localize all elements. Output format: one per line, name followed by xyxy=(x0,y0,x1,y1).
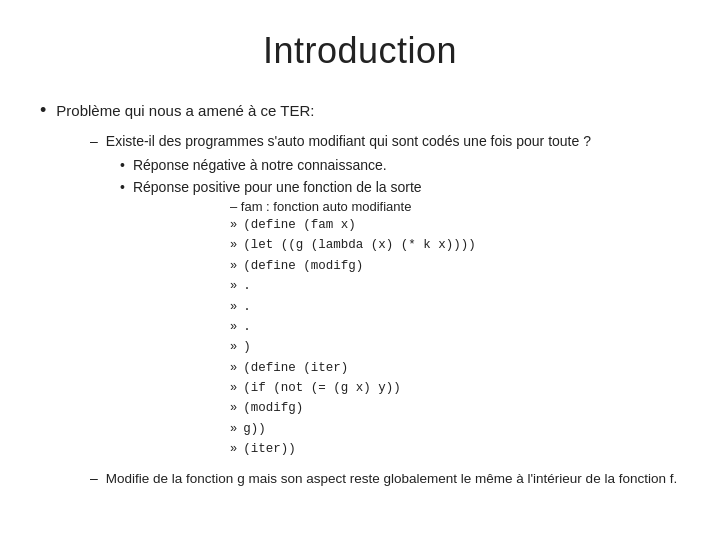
code-text: . xyxy=(243,277,251,296)
code-line: » . xyxy=(230,277,680,296)
chevron-icon: » xyxy=(230,277,237,296)
exists-question-block: – Existe-il des programmes s'auto modifi… xyxy=(90,133,680,149)
code-line: »(define (fam x) xyxy=(230,216,680,235)
code-text: (let ((g (lambda (x) (* k x)))) xyxy=(243,236,476,255)
modifie-dash-icon: – xyxy=(90,470,98,486)
chevron-icon: » xyxy=(230,440,237,459)
response-neg-item: • Réponse négative à notre connaissance. xyxy=(120,157,680,173)
chevron-icon: » xyxy=(230,257,237,276)
chevron-icon: » xyxy=(230,338,237,357)
chevron-icon: » xyxy=(230,236,237,255)
response-pos-item: • Réponse positive pour une fonction de … xyxy=(120,179,680,195)
code-line: » (modifg) xyxy=(230,399,680,418)
code-text: (modifg) xyxy=(243,399,303,418)
main-bullet-item: • Problème qui nous a amené à ce TER: xyxy=(40,102,680,121)
modifie-dash-item: – Modifie de la fonction g mais son aspe… xyxy=(90,470,680,489)
code-text: . xyxy=(243,318,251,337)
code-text: (define (modifg) xyxy=(243,257,363,276)
chevron-icon: » xyxy=(230,359,237,378)
code-text: g)) xyxy=(243,420,266,439)
fam-label: – fam : fonction auto modifiante xyxy=(230,199,680,214)
code-line: » (define (modifg) xyxy=(230,257,680,276)
modifie-text: Modifie de la fonction g mais son aspect… xyxy=(106,470,677,489)
response-pos-text: Réponse positive pour une fonction de la… xyxy=(133,179,422,195)
modifie-block: – Modifie de la fonction g mais son aspe… xyxy=(90,470,680,489)
main-bullet-dot: • xyxy=(40,100,46,121)
chevron-icon: » xyxy=(230,298,237,317)
code-text: . xyxy=(243,298,251,317)
code-line: » (if (not (= (g x) y)) xyxy=(230,379,680,398)
code-line: » ) xyxy=(230,338,680,357)
chevron-icon: » xyxy=(230,379,237,398)
response-neg-block: • Réponse négative à notre connaissance. xyxy=(120,157,680,173)
code-line: » (iter)) xyxy=(230,440,680,459)
code-text: (define (iter) xyxy=(243,359,348,378)
main-bullet-text: Problème qui nous a amené à ce TER: xyxy=(56,102,314,119)
code-text: (if (not (= (g x) y)) xyxy=(243,379,401,398)
response-pos-block: • Réponse positive pour une fonction de … xyxy=(120,179,680,460)
exists-question-text: Existe-il des programmes s'auto modifian… xyxy=(106,133,591,149)
code-line: » g)) xyxy=(230,420,680,439)
code-line: » . xyxy=(230,318,680,337)
code-text: ) xyxy=(243,338,251,357)
exists-question: – Existe-il des programmes s'auto modifi… xyxy=(90,133,680,149)
code-line: » (define (iter) xyxy=(230,359,680,378)
sub-bullet-dot: • xyxy=(120,157,125,173)
chevron-icon: » xyxy=(230,399,237,418)
code-text: (define (fam x) xyxy=(243,216,356,235)
chevron-icon: » xyxy=(230,318,237,337)
page-title: Introduction xyxy=(40,30,680,72)
code-line: » (let ((g (lambda (x) (* k x)))) xyxy=(230,236,680,255)
chevron-icon: » xyxy=(230,420,237,439)
dash-icon: – xyxy=(90,133,98,149)
sub-bullet-dot-pos: • xyxy=(120,179,125,195)
main-section: • Problème qui nous a amené à ce TER: – … xyxy=(40,102,680,488)
chevron-icon: » xyxy=(230,216,237,235)
response-neg-text: Réponse négative à notre connaissance. xyxy=(133,157,387,173)
code-text: (iter)) xyxy=(243,440,296,459)
code-block: »(define (fam x)» (let ((g (lambda (x) (… xyxy=(230,216,680,460)
code-line: » . xyxy=(230,298,680,317)
